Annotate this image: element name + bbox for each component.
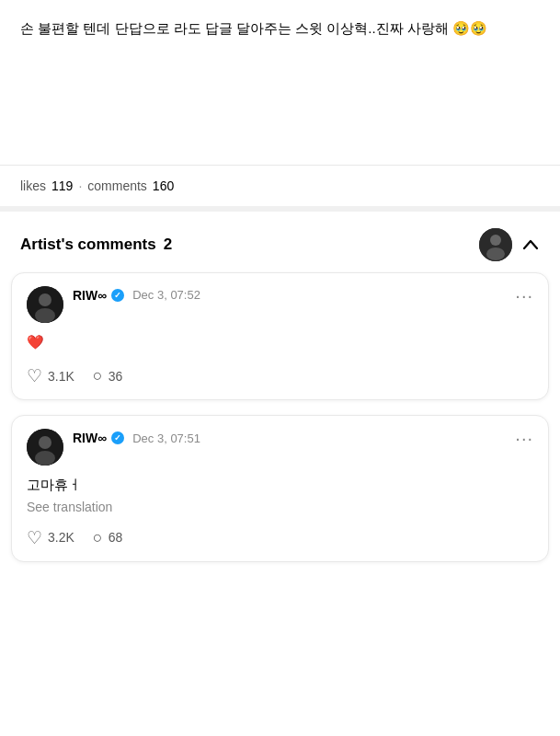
post-text: 손 불편할 텐데 단답으로 라도 답글 달아주는 스윗 이상혁..진짜 사랑해 … — [20, 18, 540, 40]
post-text-section: 손 불편할 텐데 단답으로 라도 답글 달아주는 스윗 이상혁..진짜 사랑해 … — [0, 0, 560, 166]
likes-count: 119 — [51, 178, 73, 193]
comment-2-body: 고마휴ㅓ — [27, 475, 533, 496]
comment-1-header: RIW∞ ✓ Dec 3, 07:52 ··· — [27, 286, 533, 323]
comment-2-reply-count: 68 — [109, 530, 123, 545]
comment-1-author-info: RIW∞ ✓ Dec 3, 07:52 — [73, 288, 200, 303]
likes-label: likes — [20, 178, 46, 193]
comment-1-like-action[interactable]: 3.1K — [27, 365, 74, 386]
svg-point-7 — [39, 436, 51, 449]
comment-2-heart-icon — [27, 527, 42, 548]
comment-2-author-info: RIW∞ ✓ Dec 3, 07:51 — [73, 431, 200, 445]
artists-comments-count: 2 — [164, 236, 172, 254]
comment-1-reply-action[interactable]: 36 — [93, 366, 122, 385]
comment-1-time: Dec 3, 07:52 — [132, 288, 200, 302]
comment-2-more-options[interactable]: ··· — [515, 429, 533, 447]
header-avatar-inner — [479, 228, 512, 261]
comment-2-avatar-inner — [27, 429, 63, 466]
svg-point-4 — [39, 293, 51, 306]
comment-1-comment-icon — [93, 366, 103, 385]
comments-count: 160 — [153, 178, 174, 193]
comment-2-meta: RIW∞ ✓ Dec 3, 07:51 ··· — [73, 429, 533, 447]
comment-2-time: Dec 3, 07:51 — [132, 431, 200, 445]
comment-1-like-count: 3.1K — [48, 369, 74, 384]
svg-point-8 — [35, 451, 55, 466]
comment-1-avatar-inner — [27, 286, 63, 323]
comment-avatar-image-1 — [27, 286, 63, 323]
comments-label: comments — [87, 178, 147, 193]
comments-title: Artist's comments — [20, 236, 156, 254]
comment-1-meta: RIW∞ ✓ Dec 3, 07:52 ··· — [73, 286, 533, 305]
comment-2-actions: 3.2K 68 — [27, 527, 533, 548]
separator-dot: · — [78, 178, 82, 193]
comment-avatar-image-2 — [27, 429, 63, 466]
post-stats: likes 119 · comments 160 — [0, 166, 560, 212]
comment-1-verified: ✓ — [111, 289, 124, 302]
comment-2-reply-action[interactable]: 68 — [93, 528, 122, 547]
avatar-image — [479, 228, 512, 261]
comment-card-1: RIW∞ ✓ Dec 3, 07:52 ··· ❤️ 3.1K 36 — [11, 272, 549, 401]
comment-2-comment-icon — [93, 528, 103, 547]
comment-1-heart-icon — [27, 365, 42, 386]
comment-1-author: RIW∞ — [73, 288, 107, 303]
comments-header-left: Artist's comments 2 — [20, 236, 172, 254]
comment-2-verified: ✓ — [111, 431, 124, 444]
svg-point-2 — [486, 247, 505, 260]
comment-2-avatar — [27, 429, 63, 466]
comment-1-more-options[interactable]: ··· — [515, 286, 533, 305]
see-translation-link[interactable]: See translation — [27, 500, 533, 514]
comments-section: Artist's comments 2 — [0, 212, 560, 562]
comment-2-author: RIW∞ — [73, 431, 107, 445]
comments-header-right — [479, 228, 540, 261]
header-avatar — [479, 228, 512, 261]
comments-header: Artist's comments 2 — [0, 212, 560, 272]
comment-card-2: RIW∞ ✓ Dec 3, 07:51 ··· 고마휴ㅓ See transla… — [11, 415, 549, 562]
comment-2-like-count: 3.2K — [48, 530, 74, 545]
collapse-button[interactable] — [521, 236, 540, 254]
comment-1-actions: 3.1K 36 — [27, 365, 533, 386]
comment-1-body: ❤️ — [27, 332, 533, 353]
comment-2-header: RIW∞ ✓ Dec 3, 07:51 ··· — [27, 429, 533, 466]
svg-point-1 — [490, 235, 501, 246]
comment-2-like-action[interactable]: 3.2K — [27, 527, 74, 548]
comment-1-reply-count: 36 — [109, 369, 123, 384]
comment-1-avatar — [27, 286, 63, 323]
svg-point-5 — [35, 308, 55, 323]
